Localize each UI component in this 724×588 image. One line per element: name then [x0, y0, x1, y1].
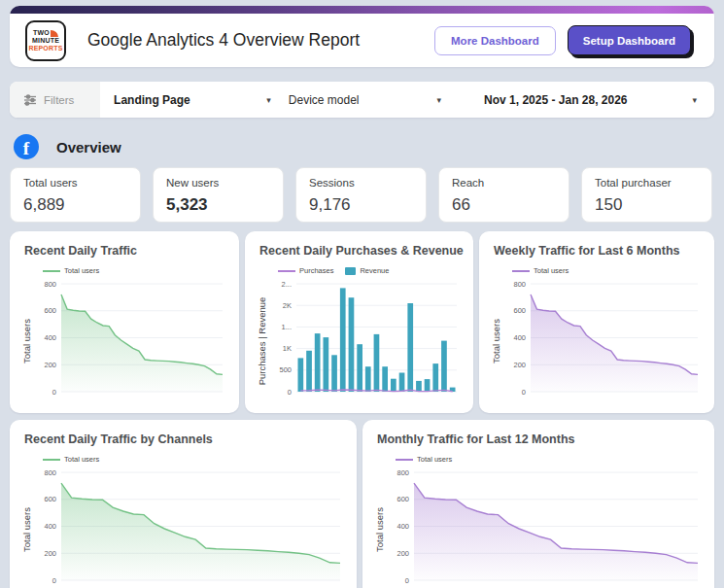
svg-text:400: 400 — [396, 522, 409, 531]
kpi-label: Sessions — [309, 177, 413, 189]
kpi-label: New users — [166, 177, 270, 189]
chart-title: Monthly Traffic for Last 12 Months — [377, 432, 705, 446]
kpi-value: 66 — [452, 195, 556, 215]
legend-square-swatch — [345, 267, 356, 275]
kpi-card-reach: Reach 66 — [438, 167, 569, 223]
header-gradient-bar — [10, 6, 714, 14]
legend-item-total-users: Total users — [396, 455, 452, 464]
chart-canvas-traffic-by-channels: 0200400600800 — [32, 466, 347, 588]
chart-legend: Total users — [43, 453, 347, 466]
chart-title: Weekly Traffic for Last 6 Months — [494, 244, 705, 258]
filter-bar: Filters Landing Page ▾ Device model ▾ No… — [10, 82, 714, 118]
overview-section-header: f Overview — [14, 134, 121, 159]
legend-item-purchases: Purchases — [278, 266, 333, 275]
filters-toggle[interactable]: Filters — [10, 82, 100, 118]
svg-text:500: 500 — [279, 365, 292, 374]
kpi-label: Total users — [23, 177, 127, 189]
kpi-card-sessions: Sessions 9,176 — [295, 167, 427, 223]
chart-card-monthly-traffic: Monthly Traffic for Last 12 Months Total… — [362, 420, 714, 588]
kpi-value: 6,889 — [23, 195, 127, 215]
kpi-card-new-users: New users 5,323 — [153, 167, 284, 223]
chart-title: Recent Daily Purchases & Revenue — [259, 244, 464, 258]
svg-text:600: 600 — [44, 306, 56, 315]
legend-line-swatch — [43, 459, 60, 461]
kpi-value: 5,323 — [166, 195, 270, 215]
date-range-value: Nov 1, 2025 - Jan 28, 2026 — [484, 93, 627, 107]
svg-text:0: 0 — [288, 388, 292, 397]
legend-item-total-users: Total users — [512, 266, 569, 275]
logo-line-two: TWO — [33, 29, 50, 37]
svg-text:800: 800 — [396, 468, 409, 477]
chart-card-weekly-traffic: Weekly Traffic for Last 6 Months Total u… — [479, 231, 714, 413]
svg-text:800: 800 — [513, 280, 526, 289]
svg-text:0: 0 — [52, 388, 56, 397]
chart-title: Recent Daily Traffic — [24, 244, 229, 258]
more-dashboard-button[interactable]: More Dashboard — [434, 26, 556, 55]
legend-item-revenue: Revenue — [345, 266, 389, 275]
logo-line-minute: MINUTE — [32, 37, 59, 45]
legend-label: Total users — [64, 266, 99, 275]
svg-text:600: 600 — [44, 495, 56, 503]
page-title: Google Analytics 4 Overview Report — [87, 30, 434, 51]
svg-text:200: 200 — [44, 361, 56, 369]
chart-legend: Total users — [43, 264, 229, 277]
filters-icon — [23, 93, 37, 107]
logo-wedge-icon — [51, 30, 58, 37]
svg-text:200: 200 — [396, 549, 409, 558]
chart-card-traffic-by-channels: Recent Daily Traffic by Channels Total u… — [10, 420, 357, 588]
legend-item-total-users: Total users — [43, 266, 99, 275]
kpi-label: Reach — [452, 177, 556, 189]
y-axis-label: Total users — [20, 507, 31, 552]
svg-text:0: 0 — [405, 576, 409, 585]
kpi-label: Total purchaser — [595, 177, 699, 189]
chart-legend: Total users — [396, 453, 705, 466]
legend-line-swatch — [43, 270, 60, 272]
legend-label: Total users — [64, 455, 99, 464]
chart-card-recent-daily-traffic: Recent Daily Traffic Total users Total u… — [10, 231, 239, 413]
logo-line-reports: REPORTS — [28, 45, 62, 52]
svg-text:2K: 2K — [283, 301, 292, 310]
kpi-value: 150 — [595, 195, 699, 215]
chevron-down-icon: ▾ — [266, 95, 271, 105]
legend-label: Total users — [534, 266, 569, 275]
svg-text:1...: 1... — [282, 323, 292, 331]
setup-dashboard-button[interactable]: Setup Dashboard — [568, 25, 691, 55]
svg-text:400: 400 — [44, 333, 56, 342]
legend-label: Purchases — [299, 266, 333, 275]
chevron-down-icon: ▾ — [692, 95, 697, 105]
y-axis-label: Total users — [20, 319, 31, 363]
y-axis-label: Purchases | Revenue — [256, 297, 266, 386]
svg-text:600: 600 — [513, 306, 526, 315]
chart-title: Recent Daily Traffic by Channels — [24, 432, 347, 446]
section-title: Overview — [56, 139, 121, 156]
legend-line-swatch — [278, 270, 295, 272]
kpi-value: 9,176 — [309, 195, 413, 215]
y-axis-label: Total users — [490, 319, 500, 363]
landing-page-dropdown[interactable]: Landing Page ▾ — [114, 82, 271, 118]
svg-text:400: 400 — [513, 333, 526, 342]
svg-text:600: 600 — [396, 495, 409, 503]
legend-label: Total users — [417, 455, 452, 464]
chart-legend: Total users — [512, 264, 705, 277]
svg-text:0: 0 — [52, 576, 56, 585]
svg-text:200: 200 — [513, 361, 526, 369]
kpi-card-total-purchaser: Total purchaser 150 — [581, 167, 712, 223]
filters-label: Filters — [44, 94, 74, 106]
device-model-value: Device model — [289, 93, 360, 107]
header-card: TWO MINUTE REPORTS Google Analytics 4 Ov… — [10, 6, 714, 67]
facebook-icon: f — [14, 134, 39, 159]
device-model-dropdown[interactable]: Device model ▾ — [289, 82, 441, 118]
series-revenue — [298, 288, 456, 392]
svg-text:1K: 1K — [283, 344, 292, 353]
svg-text:200: 200 — [44, 549, 56, 558]
legend-line-swatch — [512, 270, 530, 272]
legend-label: Revenue — [360, 266, 389, 275]
date-range-dropdown[interactable]: Nov 1, 2025 - Jan 28, 2026 ▾ — [455, 82, 714, 118]
chart-canvas-weekly-traffic: 0200400600800 — [501, 277, 705, 405]
legend-line-swatch — [396, 459, 413, 461]
two-minute-reports-logo: TWO MINUTE REPORTS — [25, 20, 66, 61]
landing-page-value: Landing Page — [114, 93, 190, 107]
chart-canvas-purchases-revenue: 05001K1...2K2... — [267, 277, 464, 405]
svg-text:2...: 2... — [282, 280, 292, 289]
svg-text:800: 800 — [44, 280, 56, 289]
